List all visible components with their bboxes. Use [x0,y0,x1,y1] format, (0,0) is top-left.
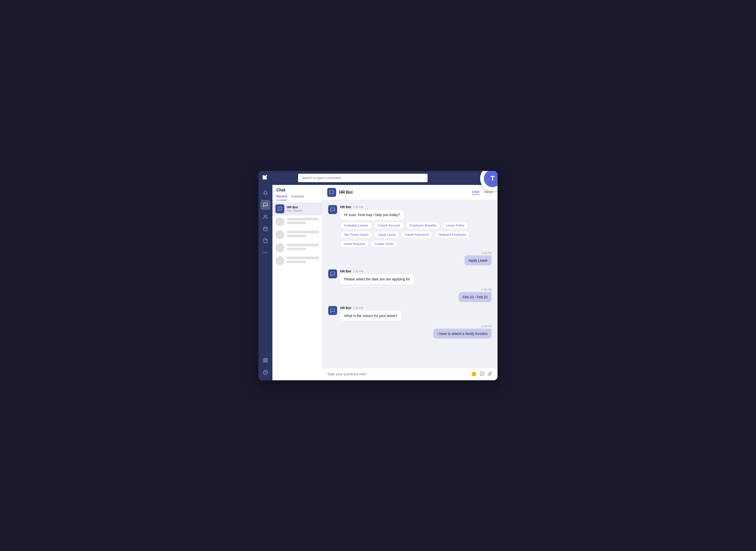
chat-list-title: Chat [276,188,318,192]
user-message-3: 2:36 PM I have to attend a family functi… [328,325,492,339]
calendar-icon[interactable] [260,224,270,234]
chat-header: HR Bot Chat About [322,185,498,200]
chat-item-info: HR Bot You: Thanks! [287,205,319,212]
bot-message-meta-1: HR Bot 2:36 PM [340,205,492,209]
bot-bubble-3: What is the reason for your leave? [340,311,401,321]
svg-rect-9 [266,358,267,360]
skeleton-line-2b [287,235,306,237]
user-bubble-2: Feb 20 - Feb 22 [459,292,492,302]
skeleton-item-3 [272,241,322,254]
chat-tab-chat[interactable]: Chat [472,190,479,195]
user-time-2: 2:36 PM [481,288,492,291]
message-input[interactable] [327,372,468,376]
skeleton-lines-4 [287,257,319,264]
files-icon[interactable] [260,236,270,246]
qa-employee-benefits[interactable]: Employee Benefits [406,222,440,229]
chat-item-hrbot[interactable]: HR Bot You: Thanks! [272,202,322,215]
bot-message-3: HR Bot 2:36 PM What is the reason for yo… [328,306,492,321]
svg-rect-11 [266,361,267,362]
skeleton-avatar-4 [275,256,284,265]
emoji-icon[interactable]: 🙂 [471,371,477,377]
skeleton-lines-3 [287,244,319,252]
qa-leave-policy[interactable]: Leave Policy [442,222,468,229]
search-bar[interactable] [298,174,428,182]
skeleton-line-2a [287,231,319,233]
skeleton-line-1a [287,218,319,220]
bot-message-content-2: HR Bot 2:36 PM Please select the date yo… [340,269,492,284]
qa-onboard-employee[interactable]: Onboard Employee [435,231,470,238]
bot-name-2: HR Bot [340,269,351,273]
qa-asset-request[interactable]: Asset Request [340,240,369,247]
chat-header-name: HR Bot [339,190,469,195]
bot-name-3: HR Bot [340,306,351,310]
attach-icon[interactable] [488,371,493,377]
svg-point-5 [264,252,264,253]
apps-icon[interactable] [260,355,270,365]
input-area: 🙂 [322,368,498,380]
skeleton-item-2 [272,228,322,241]
bot-message-content-1: HR Bot 2:36 PM Hi Juan, How may I help y… [340,205,492,247]
bot-message-2: HR Bot 2:36 PM Please select the date yo… [328,269,492,284]
sidebar [258,185,272,380]
notifications-icon[interactable] [260,188,270,198]
bot-message-1: HR Bot 2:36 PM Hi Juan, How may I help y… [328,205,492,247]
bot-message-meta-2: HR Bot 2:36 PM [340,269,492,273]
help-icon[interactable] [260,367,270,377]
chat-header-tabs: Chat About [472,190,493,195]
bot-message-content-3: HR Bot 2:36 PM What is the reason for yo… [340,306,492,321]
search-input[interactable] [302,176,424,180]
qa-reset-password[interactable]: Reset Password [402,231,433,238]
svg-point-6 [265,252,266,253]
user-message-1: 2:36 PM Apply Leave [328,251,492,265]
bot-message-meta-3: HR Bot 2:36 PM [340,306,492,310]
qa-get-ticket-status[interactable]: Get Ticket Status [340,231,372,238]
bot-avatar-1 [328,205,337,214]
message-time-2: 2:36 PM [353,270,363,273]
skeleton-avatar-2 [275,230,284,239]
skeleton-item-1 [272,215,322,228]
skeleton-avatar-1 [275,217,284,226]
bot-bubble-2: Please select the date you are applying … [340,274,414,284]
messages-area: HR Bot 2:36 PM Hi Juan, How may I help y… [322,200,498,368]
skeleton-lines-1 [287,218,319,226]
hrbot-avatar [275,204,284,213]
tab-contacts[interactable]: Contacts [291,194,304,200]
skeleton-lines-2 [287,231,319,239]
quick-actions: Available Leaves Unlock Account Employee… [340,222,492,247]
message-time-1: 2:36 PM [353,205,363,208]
top-bar [258,171,498,185]
user-message-2: 2:36 PM Feb 20 - Feb 22 [328,288,492,302]
chat-list-items: HR Bot You: Thanks! [272,200,322,380]
teams-icon[interactable] [260,212,270,222]
teams-logo-inner: T [484,171,498,187]
user-time-3: 2:36 PM [481,325,492,328]
chat-icon[interactable] [260,200,270,210]
bot-avatar-2 [328,269,337,279]
chat-tabs: Recent Contacts [276,194,318,200]
more-icon[interactable] [260,248,270,258]
message-time-3: 2:36 PM [353,307,363,310]
svg-rect-8 [264,358,265,360]
qa-unlock-account[interactable]: Unlock Account [374,222,404,229]
qa-available-leaves[interactable]: Available Leaves [340,222,372,229]
image-icon[interactable] [480,371,485,377]
user-bubble-1: Apply Leave [464,255,492,265]
svg-point-0 [264,215,266,216]
edit-icon[interactable] [262,175,267,181]
chat-list-header: Chat Recent Contacts [272,185,322,200]
user-bubble-3: I have to attend a family function [433,329,492,339]
skeleton-line-4a [287,257,319,259]
svg-rect-1 [264,227,267,231]
qa-create-ticket[interactable]: Create Ticket [371,240,397,247]
tab-recent[interactable]: Recent [276,194,287,200]
chat-item-preview: You: Thanks! [287,209,319,212]
skeleton-avatar-3 [275,243,284,252]
bot-avatar-3 [328,306,337,315]
bot-name-1: HR Bot [340,205,351,209]
main-layout: Chat Recent Contacts HR Bot You: [258,185,498,380]
user-time-1: 2:36 PM [481,251,492,254]
svg-point-7 [266,252,267,253]
qa-apply-leave[interactable]: Apply Leave [374,231,400,238]
chat-item-name: HR Bot [287,205,319,209]
skeleton-item-4 [272,254,322,267]
